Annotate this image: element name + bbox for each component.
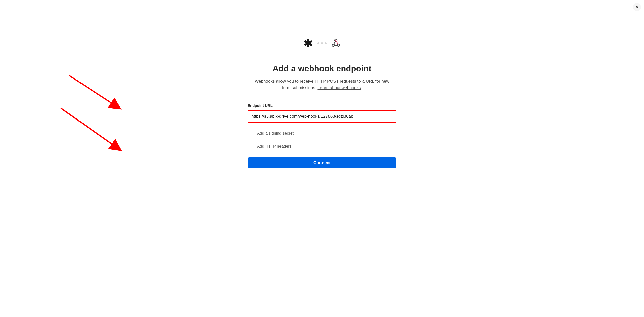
endpoint-url-highlight (248, 110, 396, 123)
add-signing-secret-button[interactable]: Add a signing secret (248, 129, 296, 138)
modal-description: Webhooks allow you to receive HTTP POST … (252, 78, 392, 91)
learn-webhooks-link[interactable]: Learn about webhooks (317, 85, 361, 90)
close-button[interactable] (633, 3, 641, 11)
close-icon (635, 5, 639, 9)
connect-button[interactable]: Connect (248, 157, 396, 168)
connection-dots (317, 42, 327, 44)
modal-title: Add a webhook endpoint (273, 64, 371, 73)
svg-point-2 (337, 44, 340, 47)
modal-content: ✱ Add a webhook endpoint Webhooks allow … (234, 38, 410, 168)
svg-line-7 (61, 108, 120, 150)
svg-point-3 (335, 40, 336, 41)
form-section: Endpoint URL Add a signing secret Add HT… (248, 103, 396, 168)
annotation-arrow-2 (58, 106, 124, 153)
plus-icon (250, 131, 254, 136)
add-http-headers-label: Add HTTP headers (257, 144, 292, 149)
endpoint-url-input[interactable] (248, 111, 396, 122)
add-http-headers-button[interactable]: Add HTTP headers (248, 142, 294, 151)
add-signing-secret-label: Add a signing secret (257, 131, 294, 136)
description-suffix: . (361, 85, 362, 90)
endpoint-url-label: Endpoint URL (248, 103, 396, 108)
webhook-icon (331, 38, 341, 49)
svg-line-5 (69, 75, 119, 108)
svg-point-1 (332, 44, 334, 47)
annotation-arrow-1 (67, 73, 125, 112)
icon-row: ✱ (304, 38, 341, 49)
plus-icon (250, 144, 254, 149)
asterisk-icon: ✱ (304, 38, 313, 49)
